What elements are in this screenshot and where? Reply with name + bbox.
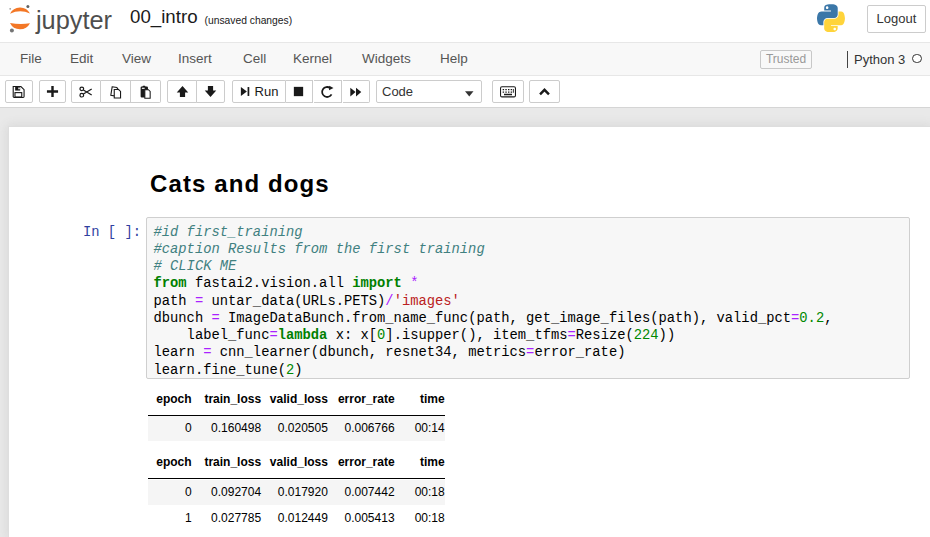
svg-text:jupyter: jupyter	[35, 5, 112, 35]
